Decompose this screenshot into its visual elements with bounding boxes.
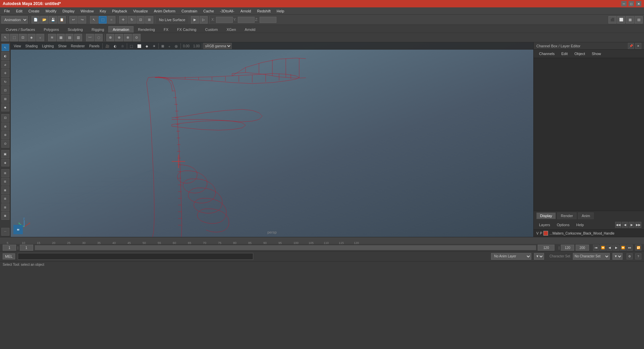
soft-mod-btn[interactable]: ◆ <box>1 103 9 111</box>
z-coord-input[interactable] <box>260 17 276 23</box>
select-tool-btn[interactable]: ↖ <box>1 44 9 51</box>
ltab-help[interactable]: Help <box>574 222 587 228</box>
vp-grid-btn[interactable]: ⊞ <box>160 44 166 48</box>
scale-btn[interactable]: ⊡ <box>137 16 145 23</box>
tool-key-btn[interactable]: ↖ <box>1 34 9 41</box>
ltab-options[interactable]: Options <box>554 222 572 228</box>
tab-polygons[interactable]: Polygons <box>39 26 63 33</box>
tool-breakdown[interactable]: ◈ <box>28 34 36 41</box>
gamma-select[interactable]: sRGB gamma <box>203 43 232 49</box>
menu-redshift[interactable]: Redshift <box>254 8 273 14</box>
tab-rendering[interactable]: Rendering <box>133 26 159 33</box>
redo-btn[interactable]: ↪ <box>78 16 86 23</box>
minimize-button[interactable]: ─ <box>621 1 627 6</box>
tab-xgen[interactable]: XGen <box>222 26 240 33</box>
menu-key[interactable]: Key <box>97 8 109 14</box>
menu-constrain[interactable]: Constrain <box>179 8 200 14</box>
universal-manip-btn[interactable]: ⊞ <box>1 95 9 103</box>
menu-3dtool[interactable]: -3DtoAll- <box>217 8 237 14</box>
vp-isolate-btn[interactable]: ◎ <box>173 44 179 48</box>
panel-close-btn[interactable]: ✕ <box>635 43 641 49</box>
vp-solo-btn[interactable]: ☆ <box>119 44 126 48</box>
layer-nav-2[interactable]: ◀ <box>622 222 628 228</box>
vp-smooth-btn[interactable]: ◆ <box>144 44 150 48</box>
quick-layout-3[interactable]: ▦ <box>626 16 634 23</box>
snap-to-view-btn[interactable]: ⊙ <box>1 140 9 147</box>
tab-fx-caching[interactable]: FX Caching <box>173 26 201 33</box>
menu-arnold[interactable]: Arnold <box>238 8 254 14</box>
snap-to-grid-btn[interactable]: ⊡ <box>1 114 9 122</box>
bottom-settings-btn[interactable]: ⚙ <box>627 253 633 259</box>
bottom-help-btn[interactable]: ? <box>635 253 641 259</box>
menu-modify[interactable]: Modify <box>43 8 59 14</box>
tab-animation[interactable]: Animation <box>108 26 133 33</box>
current-frame-input[interactable] <box>3 245 16 251</box>
range-start-input[interactable] <box>561 245 574 251</box>
tool-constraint[interactable]: ⊛ <box>106 34 114 41</box>
close-button[interactable]: ✕ <box>636 1 641 6</box>
vp-light-btn[interactable]: ☀ <box>151 44 157 48</box>
start-frame-input[interactable] <box>20 245 33 251</box>
move-tool-btn[interactable]: ✛ <box>1 69 9 77</box>
tool-point[interactable]: ⊗ <box>124 34 132 41</box>
anim-layer-dropdown[interactable]: No Anim Layer <box>491 253 531 260</box>
tab-sculpting[interactable]: Sculpting <box>63 26 87 33</box>
workspace-dropdown[interactable]: Animation <box>1 16 28 23</box>
menu-file[interactable]: File <box>1 8 13 14</box>
save-btn[interactable]: 💾 <box>49 16 57 23</box>
scale-tool-btn[interactable]: ⊡ <box>1 86 9 94</box>
dtab-render[interactable]: Render <box>557 212 577 219</box>
open-btn[interactable]: 📂 <box>40 16 48 23</box>
vp-shading-menu[interactable]: Shading <box>24 44 40 48</box>
tab-show[interactable]: Show <box>589 51 604 56</box>
tool-key-all[interactable]: ⬚ <box>10 34 18 41</box>
panel-pin-btn[interactable]: 📌 <box>628 43 634 49</box>
layer-stack-3[interactable]: ▦ <box>1 186 9 194</box>
vp-renderer-menu[interactable]: Renderer <box>69 44 87 48</box>
layer-stack-4[interactable]: ▧ <box>1 195 9 203</box>
tab-arnold[interactable]: Arnold <box>240 26 260 33</box>
layer-nav-3[interactable]: ▶ <box>629 222 635 228</box>
ipr-btn[interactable]: ▷ <box>200 16 208 23</box>
rotate-btn[interactable]: ↻ <box>128 16 136 23</box>
vp-view-menu[interactable]: View <box>12 44 23 48</box>
dtab-display[interactable]: Display <box>536 212 556 219</box>
play-back-btn[interactable]: ◀ <box>606 245 612 251</box>
rotate-tool-btn[interactable]: ↻ <box>1 78 9 86</box>
timeline[interactable]: 5 10 15 20 25 30 35 40 45 50 55 60 65 70… <box>0 237 644 251</box>
vp-hud-btn[interactable]: ⬦ <box>167 44 172 48</box>
vp-wireframe-btn[interactable]: ⬚ <box>128 44 135 48</box>
menu-window[interactable]: Window <box>78 8 96 14</box>
menu-anim-deform[interactable]: Anim Deform <box>151 8 178 14</box>
vp-panels-menu[interactable]: Panels <box>88 44 101 48</box>
paint-select-btn[interactable]: ◐ <box>1 52 9 60</box>
select-btn[interactable]: ↖ <box>90 16 98 23</box>
quick-layout-2[interactable]: ⬜ <box>617 16 625 23</box>
maximize-button[interactable]: □ <box>629 1 634 6</box>
select-all-btn[interactable]: ⬚ <box>99 16 107 23</box>
render-region-btn[interactable]: ▣ <box>1 150 9 158</box>
step-fwd-btn[interactable]: ⏩ <box>620 245 626 251</box>
tool-orient[interactable]: ⊙ <box>132 34 141 41</box>
menu-edit[interactable]: Edit <box>13 8 25 14</box>
snap-to-point-btn[interactable]: ⊗ <box>1 131 9 139</box>
tab-rigging[interactable]: Rigging <box>87 26 108 33</box>
anim-layer-options[interactable]: ▼ <box>534 253 544 260</box>
vp-show-menu[interactable]: Show <box>56 44 68 48</box>
display-mode-btn[interactable]: ◈ <box>1 159 9 166</box>
layer-stack-2[interactable]: ▥ <box>1 178 9 186</box>
layer-stack-5[interactable]: ▨ <box>1 203 9 211</box>
vp-hide-btn[interactable]: ◐ <box>112 44 118 48</box>
tool-parent[interactable]: ⊕ <box>115 34 123 41</box>
lasso-select-btn[interactable]: ⌀ <box>1 61 9 68</box>
menu-create[interactable]: Create <box>26 8 42 14</box>
vp-flat-btn[interactable]: ⬜ <box>136 44 143 48</box>
character-set-dropdown[interactable]: No Character Set <box>573 253 610 260</box>
tool-motion-trail[interactable]: 〰 <box>86 34 94 41</box>
quick-layout-1[interactable]: ⬛ <box>608 16 616 23</box>
layer-color-swatch[interactable] <box>543 231 548 236</box>
misc-btn-1[interactable]: ⋯ <box>1 228 9 236</box>
menu-visualize[interactable]: Visualize <box>130 8 151 14</box>
3d-viewport[interactable]: View Shading Lighting Show Renderer Pane… <box>11 42 533 237</box>
loop-btn[interactable]: 🔁 <box>635 245 641 251</box>
